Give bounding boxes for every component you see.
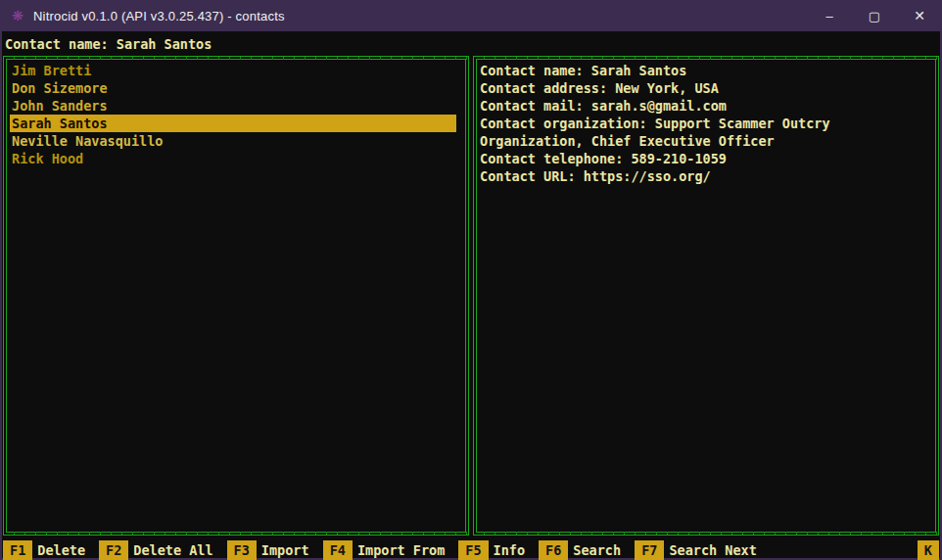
maximize-button[interactable]: ▢	[852, 0, 897, 31]
fkey-label: Info	[494, 540, 526, 560]
fkey-badge[interactable]: F4	[323, 540, 353, 560]
fkey-badge[interactable]: F1	[3, 540, 32, 560]
window-title: Nitrocid v0.1.0 (API v3.0.25.437) - cont…	[33, 9, 285, 23]
fkey-label: Import	[261, 540, 309, 560]
detail-line: Contact URL: https://sso.org/	[480, 167, 932, 185]
status-line: Contact name: Sarah Santos	[2, 31, 940, 56]
fkey-f2[interactable]: F2Delete All	[99, 540, 213, 560]
fkey-f1[interactable]: F1Delete	[3, 540, 85, 560]
app-window: ❋ Nitrocid v0.1.0 (API v3.0.25.437) - co…	[0, 0, 942, 560]
detail-line: Contact name: Sarah Santos	[480, 62, 932, 79]
list-item[interactable]: Rick Hood	[10, 150, 456, 167]
fkey-label: Delete All	[133, 540, 212, 560]
fkey-badge[interactable]: F5	[458, 540, 488, 560]
detail-line: Contact mail: sarah.s@gmail.com	[480, 97, 932, 115]
list-item[interactable]: Don Sizemore	[10, 79, 456, 97]
fkey-label: Import From	[357, 540, 445, 560]
minimize-button[interactable]: –	[807, 0, 852, 31]
fkey-label: Search	[573, 540, 621, 560]
contact-details-panel: Contact name: Sarah SantosContact addres…	[473, 56, 939, 536]
detail-line: Contact address: New York, USA	[480, 79, 932, 97]
list-item[interactable]: Jim Bretti	[10, 62, 456, 79]
fkey-label: Search Next	[669, 540, 756, 560]
fkey-f5[interactable]: F5Info	[458, 540, 525, 560]
contact-list: Jim BrettiDon SizemoreJohn SandersSarah …	[10, 62, 462, 167]
fkey-badge[interactable]: F3	[227, 540, 257, 560]
detail-line: Contact telephone: 589-210-1059	[480, 150, 932, 167]
fkey-f7[interactable]: F7Search Next	[635, 540, 757, 560]
fkey-badge[interactable]: F6	[539, 540, 568, 560]
panels-container: Jim BrettiDon SizemoreJohn SandersSarah …	[2, 56, 940, 536]
fkey-f3[interactable]: F3Import	[227, 540, 309, 560]
function-key-bar: F1DeleteF2Delete AllF3ImportF4Import Fro…	[2, 540, 940, 560]
list-item[interactable]: Sarah Santos	[10, 115, 456, 132]
close-button[interactable]: ✕	[897, 0, 942, 31]
titlebar[interactable]: ❋ Nitrocid v0.1.0 (API v3.0.25.437) - co…	[0, 0, 942, 31]
detail-line: Contact organization: Support Scammer Ou…	[480, 115, 932, 132]
fkey-f6[interactable]: F6Search	[539, 540, 621, 560]
list-item[interactable]: John Sanders	[10, 97, 456, 115]
contact-list-panel: Jim BrettiDon SizemoreJohn SandersSarah …	[3, 56, 469, 536]
fkey-badge[interactable]: F2	[99, 540, 128, 560]
contact-details: Contact name: Sarah SantosContact addres…	[480, 62, 932, 185]
fkey-badge[interactable]: F7	[635, 540, 664, 560]
keybindings-overflow-key[interactable]: K	[918, 540, 939, 560]
detail-line: Organization, Chief Executive Officer	[480, 132, 932, 150]
fkey-f4[interactable]: F4Import From	[323, 540, 446, 560]
nitrocid-logo-icon: ❋	[10, 8, 25, 23]
window-controls: – ▢ ✕	[807, 0, 942, 31]
fkey-label: Delete	[37, 540, 85, 560]
list-item[interactable]: Neville Navasquillo	[10, 132, 456, 150]
